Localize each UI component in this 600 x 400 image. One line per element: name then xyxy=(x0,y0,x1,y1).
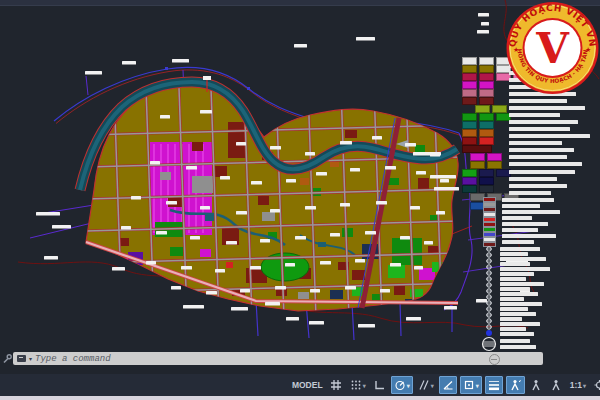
lineweight-display[interactable] xyxy=(485,376,503,394)
annotation-scale-flag[interactable] xyxy=(548,376,565,394)
model-toggle-label: MODEL xyxy=(292,380,323,390)
parcel-red[interactable] xyxy=(226,262,233,268)
current-scale[interactable]: 1:1▾ xyxy=(568,376,588,394)
map-text-label xyxy=(121,226,131,230)
map-text-label xyxy=(376,201,387,205)
map-text-label xyxy=(414,266,423,270)
parcel-bgreen[interactable] xyxy=(388,265,405,278)
customization-partial[interactable] xyxy=(591,376,600,394)
map-text-label xyxy=(481,22,489,26)
parcel-gray[interactable] xyxy=(298,292,309,299)
map-text-label xyxy=(350,168,360,172)
map-text-label xyxy=(400,236,410,240)
map-text-label xyxy=(424,241,433,245)
parcel-magenta[interactable] xyxy=(152,293,167,301)
model-toggle[interactable]: MODEL xyxy=(290,376,325,394)
map-text-label xyxy=(131,196,141,200)
parcel-maroon[interactable] xyxy=(214,166,227,177)
map-text-label xyxy=(251,181,262,185)
parcel-magenta[interactable] xyxy=(115,258,128,267)
map-text-label xyxy=(340,203,350,207)
map-text-label xyxy=(200,206,210,210)
watermark-stamp: QUY HOẠCH VIỆT VN THÔNG TIN QUY HOẠCH - … xyxy=(505,1,600,95)
customize-wrench-icon[interactable] xyxy=(2,353,12,364)
map-text-label xyxy=(380,289,390,293)
parcel-maroon[interactable] xyxy=(352,270,365,280)
current-scale-caret-icon[interactable]: ▾ xyxy=(583,382,586,389)
map-text-label xyxy=(478,13,489,17)
map-text-label xyxy=(340,141,352,145)
map-text-label xyxy=(85,71,102,75)
map-text-label xyxy=(316,172,327,176)
map-text-label xyxy=(436,211,445,215)
map-text-label xyxy=(406,317,421,321)
parcel-gray[interactable] xyxy=(160,172,171,180)
isometric-drafting[interactable]: ▾ xyxy=(416,376,436,394)
map-text-label xyxy=(156,231,167,235)
annotation-visibility[interactable] xyxy=(506,376,525,394)
map-text-label xyxy=(260,239,270,243)
parcel-maroon[interactable] xyxy=(394,286,405,295)
map-text-label xyxy=(372,136,382,140)
parcel-gray[interactable] xyxy=(262,212,275,221)
map-text-label xyxy=(330,233,340,237)
parcel-orange[interactable] xyxy=(300,178,309,185)
command-input[interactable] xyxy=(35,354,539,364)
map-text-label xyxy=(231,307,248,311)
map-text-label xyxy=(410,206,420,210)
parcel-magenta[interactable] xyxy=(200,249,211,257)
parcel-maroon[interactable] xyxy=(418,178,429,189)
map-text-label xyxy=(305,152,315,156)
map-text-label xyxy=(275,286,286,290)
map-text-label xyxy=(236,142,246,146)
map-text-label xyxy=(286,317,299,321)
parcel-maroon[interactable] xyxy=(345,130,357,138)
map-text-label xyxy=(430,175,456,179)
parcel-gray[interactable] xyxy=(192,176,215,193)
drawing-symbol-overlay xyxy=(489,354,500,365)
parcel-green[interactable] xyxy=(170,247,183,256)
current-scale-label: 1:1 xyxy=(570,380,582,390)
map-text-label xyxy=(166,201,177,205)
map-text-label xyxy=(150,161,160,165)
stamp-center-letter: V xyxy=(535,24,570,73)
map-text-label xyxy=(365,231,376,235)
parcel-navy[interactable] xyxy=(330,290,343,299)
map-text-label xyxy=(305,206,316,210)
parcel-green[interactable] xyxy=(135,295,146,302)
map-text-label xyxy=(285,263,295,267)
polar-tracking[interactable]: ▾ xyxy=(391,376,413,394)
map-text-label xyxy=(345,286,356,290)
parcel-green[interactable] xyxy=(415,145,425,152)
snap-mode-caret-icon[interactable]: ▾ xyxy=(363,382,366,389)
grid-display[interactable] xyxy=(328,376,345,394)
isometric-drafting-caret-icon[interactable]: ▾ xyxy=(431,382,434,389)
command-bar[interactable]: ▾ xyxy=(13,352,543,365)
map-text-label xyxy=(172,59,189,63)
parcel-maroon[interactable] xyxy=(192,142,203,151)
parcel-maroon[interactable] xyxy=(258,196,269,205)
polar-tracking-caret-icon[interactable]: ▾ xyxy=(407,382,410,389)
taskbar-strip xyxy=(0,396,600,400)
parcel-green[interactable] xyxy=(392,238,422,265)
map-text-label xyxy=(270,209,280,213)
map-text-label xyxy=(240,289,250,293)
map-text-label xyxy=(320,261,331,265)
map-text-label xyxy=(181,266,192,270)
parcel-water[interactable] xyxy=(205,215,214,221)
map-text-label xyxy=(206,291,217,295)
map-text-label xyxy=(183,305,204,309)
map-text-label xyxy=(385,166,396,170)
map-text-label xyxy=(160,115,170,119)
map-text-label xyxy=(358,324,375,328)
command-history-caret-icon[interactable]: ▾ xyxy=(29,356,32,362)
object-snap[interactable]: ▾ xyxy=(460,376,482,394)
snap-mode[interactable]: ▾ xyxy=(348,376,368,394)
annotation-autoscale[interactable] xyxy=(528,376,545,394)
status-bar: MODEL▾▾▾▾1:1▾ xyxy=(0,374,600,396)
command-line-icon[interactable] xyxy=(17,355,26,362)
object-snap-caret-icon[interactable]: ▾ xyxy=(476,382,479,389)
object-snap-tracking[interactable] xyxy=(439,376,457,394)
map-text-label xyxy=(476,299,487,303)
ortho-mode[interactable] xyxy=(371,376,388,394)
